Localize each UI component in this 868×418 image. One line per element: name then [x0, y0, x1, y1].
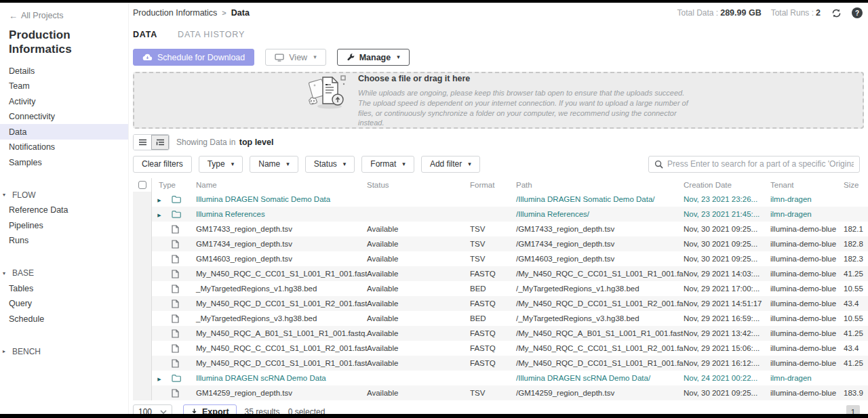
table-row[interactable]: ▶ GM17433_region_depth.tsv Available TSV… [133, 222, 868, 236]
sidebar-item-samples[interactable]: Samples [0, 154, 128, 170]
table-row[interactable]: ▶ GM14259_region_depth.tsv Available TSV… [133, 385, 868, 400]
refresh-icon[interactable] [830, 7, 842, 19]
column-header-creation-date[interactable]: Creation Date [684, 181, 770, 189]
column-header-type[interactable]: Type [152, 181, 187, 189]
table-row[interactable]: ▶ My_N450_RQC_D_CC01_S1_L001_R2_001.fast… [133, 296, 868, 311]
table-row[interactable]: ▶ GM17434_region_depth.tsv Available TSV… [133, 236, 868, 251]
data-size: 41.25 [844, 270, 868, 278]
table-row[interactable]: ▶ Illumina DRAGEN Somatic Demo Data /Ill… [133, 192, 868, 207]
data-name-link[interactable]: _MyTargetedRegions_v3.hg38.bed [187, 314, 367, 322]
sidebar-item-notifications[interactable]: Notifications [0, 140, 128, 155]
sidebar-item-activity[interactable]: Activity [0, 93, 128, 109]
data-name-link[interactable]: My_N450_RQC_C_CC01_S1_L001_R2_001.fastq.… [187, 344, 367, 352]
flat-list-view-toggle[interactable] [134, 135, 151, 150]
row-select-cell[interactable] [133, 296, 152, 311]
table-row[interactable]: ▶ My_N450_RQC_C_CC01_S1_L001_R1_001.fast… [133, 266, 868, 281]
data-name-link[interactable]: _MyTargetedRegions_v1.hg38.bed [187, 285, 367, 293]
select-all-checkbox[interactable] [138, 181, 146, 189]
data-size: 182.1 [844, 225, 868, 233]
sidebar-item-schedule[interactable]: Schedule [0, 311, 128, 327]
table-row[interactable]: ▶ My_N450_RQC_C_CC01_S1_L001_R2_001.fast… [133, 341, 868, 356]
sidebar-item-connectivity[interactable]: Connectivity [0, 109, 128, 125]
row-select-cell[interactable] [133, 192, 152, 207]
sidebar-item-reference-data[interactable]: Reference Data [0, 203, 128, 218]
data-name-link[interactable]: Illumina DRAGEN Somatic Demo Data [187, 195, 367, 203]
name-filter-dropdown[interactable]: Name▾ [250, 156, 298, 173]
data-format: BED [470, 314, 516, 322]
help-icon[interactable]: ? [852, 7, 863, 18]
schedule-for-download-button[interactable]: Schedule for Download [133, 49, 254, 66]
row-select-cell[interactable] [133, 281, 152, 296]
add-filter-dropdown[interactable]: Add filter▾ [421, 156, 480, 173]
data-status: Available [367, 329, 470, 337]
manage-dropdown-button[interactable]: Manage ▾ [337, 49, 410, 66]
data-name-link[interactable]: My_N450_RQC_D_CC01_S1_L001_R2_001.fastq.… [187, 299, 367, 308]
table-row[interactable]: ▶ My_N450_RQC_D_CC01_S1_L001_R1_001.fast… [133, 356, 868, 371]
table-row[interactable]: ▶ Illumina References /Illumina Referenc… [133, 207, 868, 222]
data-format: FASTQ [470, 359, 516, 367]
data-name-link[interactable]: GM17434_region_depth.tsv [187, 240, 367, 248]
status-filter-dropdown[interactable]: Status▾ [305, 156, 355, 173]
sidebar-section-base[interactable]: ▾ BASE [0, 266, 128, 280]
sidebar-item-tables[interactable]: Tables [0, 280, 128, 296]
format-filter-dropdown[interactable]: Format▾ [361, 156, 414, 173]
data-name-link[interactable]: My_N450_RQC_C_CC01_S1_L001_R1_001.fastq.… [187, 270, 367, 278]
file-icon [172, 240, 179, 249]
row-select-cell[interactable] [133, 385, 152, 400]
column-header-path[interactable]: Path [516, 181, 684, 189]
row-select-cell[interactable] [133, 311, 152, 326]
data-name-link[interactable]: My_N450_RQC_A_B01_S1_L001_R1_001.fastq.g… [187, 329, 367, 337]
sidebar-item-query[interactable]: Query [0, 296, 128, 312]
row-select-cell[interactable] [133, 356, 152, 371]
data-name-link[interactable]: GM14259_region_depth.tsv [187, 389, 367, 397]
type-filter-dropdown[interactable]: Type▾ [199, 156, 243, 173]
column-header-status[interactable]: Status [367, 181, 470, 189]
row-select-cell[interactable] [133, 341, 152, 356]
search-icon [654, 160, 663, 169]
table-row[interactable]: ▶ My_N450_RQC_A_B01_S1_L001_R1_001.fastq… [133, 326, 868, 341]
clear-filters-button[interactable]: Clear filters [133, 156, 192, 173]
all-projects-back-link[interactable]: ← All Projects [0, 8, 128, 23]
data-format: FASTQ [470, 344, 516, 352]
column-header-size[interactable]: Size [844, 181, 868, 189]
tab-data-history[interactable]: DATA HISTORY [178, 30, 245, 39]
type-icon-cell [167, 314, 187, 323]
tab-data[interactable]: DATA [133, 30, 157, 39]
expand-row-icon[interactable]: ▶ [157, 377, 161, 381]
sidebar-section-flow[interactable]: ▾ FLOW [0, 188, 128, 203]
view-dropdown-button[interactable]: View ▾ [265, 49, 326, 66]
sidebar-section-bench[interactable]: ▸ BENCH [0, 344, 128, 359]
tree-view-toggle[interactable] [151, 135, 169, 150]
table-row[interactable]: ▶ GM14603_region_depth.tsv Available TSV… [133, 251, 868, 266]
expand-row-icon[interactable]: ▶ [157, 198, 161, 203]
sidebar-item-pipelines[interactable]: Pipelines [0, 217, 128, 233]
data-size: 43.4 [844, 344, 868, 352]
table-row[interactable]: ▶ _MyTargetedRegions_v1.hg38.bed Availab… [133, 281, 868, 296]
sidebar-item-runs[interactable]: Runs [0, 233, 128, 249]
data-name-link[interactable]: Illumina References [187, 210, 367, 218]
row-select-cell[interactable] [133, 236, 152, 251]
data-name-link[interactable]: Illumina DRAGEN scRNA Demo Data [187, 374, 367, 382]
row-select-cell[interactable] [133, 207, 152, 222]
column-header-format[interactable]: Format [470, 181, 516, 189]
data-name-link[interactable]: GM14603_region_depth.tsv [187, 255, 367, 263]
sidebar-item-details[interactable]: Details [0, 63, 128, 79]
data-tenant: illumina-demo-blue [770, 225, 844, 233]
row-select-cell[interactable] [133, 371, 152, 385]
data-name-link[interactable]: My_N450_RQC_D_CC01_S1_L001_R1_001.fastq.… [187, 359, 367, 367]
table-row[interactable]: ▶ _MyTargetedRegions_v3.hg38.bed Availab… [133, 311, 868, 326]
column-header-tenant[interactable]: Tenant [770, 181, 844, 189]
row-select-cell[interactable] [133, 266, 152, 281]
row-select-cell[interactable] [133, 251, 152, 266]
upload-dropzone[interactable]: Choose a file or drag it here While uplo… [133, 72, 864, 129]
breadcrumb-parent[interactable]: Production Informatics [133, 8, 217, 18]
sidebar-item-data[interactable]: Data [0, 124, 128, 140]
search-input[interactable] [667, 159, 854, 169]
row-select-cell[interactable] [133, 326, 152, 341]
table-row[interactable]: ▶ Illumina DRAGEN scRNA Demo Data /Illum… [133, 371, 868, 385]
column-header-name[interactable]: Name [187, 181, 367, 189]
expand-row-icon[interactable]: ▶ [157, 213, 161, 217]
row-select-cell[interactable] [133, 222, 152, 236]
sidebar-item-team[interactable]: Team [0, 79, 128, 94]
data-name-link[interactable]: GM17433_region_depth.tsv [187, 225, 367, 233]
